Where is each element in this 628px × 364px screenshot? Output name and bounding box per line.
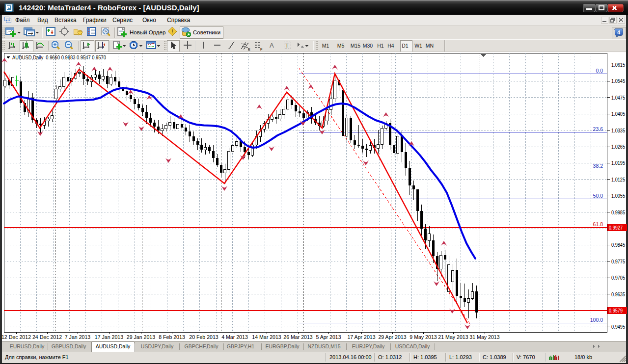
- svg-text:M1: M1: [322, 43, 329, 49]
- svg-text:C: 1.0389: C: 1.0389: [483, 354, 506, 360]
- svg-text:38.2: 38.2: [593, 163, 603, 169]
- svg-text:AUDUSD,Daily 0.9660 0.9683 0.: AUDUSD,Daily 0.9660 0.9683 0.9547 0.9570: [12, 55, 106, 60]
- svg-text:18/0 kb: 18/0 kb: [574, 354, 592, 360]
- svg-text:USDCAD,Daily: USDCAD,Daily: [395, 343, 430, 349]
- svg-text:A: A: [270, 42, 274, 49]
- svg-text:AUDUSD,Daily: AUDUSD,Daily: [96, 343, 131, 349]
- svg-text:0.9495: 0.9495: [611, 324, 625, 330]
- svg-text:EURGBP,Daily: EURGBP,Daily: [265, 343, 300, 349]
- svg-text:EURJPY,Daily: EURJPY,Daily: [352, 343, 385, 349]
- svg-text:M15: M15: [351, 43, 361, 49]
- svg-text:4 Mar 2013: 4 Mar 2013: [221, 334, 248, 340]
- svg-text:Справка: Справка: [167, 17, 190, 24]
- svg-text:24 Dec 2012: 24 Dec 2012: [32, 334, 62, 340]
- svg-text:NZDUSD,M15: NZDUSD,M15: [307, 343, 340, 349]
- svg-text:MN: MN: [426, 43, 434, 49]
- svg-text:50.0: 50.0: [593, 193, 603, 199]
- svg-text:Графики: Графики: [83, 17, 107, 24]
- svg-text:Файл: Файл: [15, 17, 30, 24]
- svg-text:0.9927: 0.9927: [609, 225, 623, 231]
- svg-text:1.0545: 1.0545: [611, 78, 625, 84]
- svg-text:Для справки, нажмите F1: Для справки, нажмите F1: [5, 354, 69, 360]
- svg-text:21 May 2013: 21 May 2013: [438, 334, 468, 340]
- svg-text:T: T: [285, 43, 289, 49]
- svg-text:H4: H4: [387, 43, 394, 49]
- svg-text:100.0: 100.0: [590, 317, 603, 323]
- svg-text:V: 7670: V: 7670: [517, 354, 535, 360]
- svg-text:4: 4: [617, 29, 621, 35]
- svg-text:1.0335: 1.0335: [611, 128, 625, 133]
- svg-text:9 May 2013: 9 May 2013: [410, 334, 437, 340]
- svg-text:F: F: [260, 48, 263, 51]
- svg-text:5 Apr 2013: 5 Apr 2013: [316, 334, 341, 340]
- svg-text:H1: H1: [377, 43, 384, 49]
- svg-text:7 Jan 2013: 7 Jan 2013: [65, 334, 91, 340]
- svg-text:1.0615: 1.0615: [611, 62, 625, 68]
- svg-text:Окно: Окно: [142, 17, 156, 24]
- svg-text:GBPCHF,Daily: GBPCHF,Daily: [185, 343, 219, 349]
- svg-text:2013.04.16 00:00: 2013.04.16 00:00: [329, 354, 372, 360]
- svg-text:H: 1.0395: H: 1.0395: [413, 354, 437, 360]
- svg-text:W1: W1: [414, 43, 422, 49]
- svg-text:M5: M5: [337, 43, 345, 49]
- svg-text:61.8: 61.8: [593, 221, 603, 227]
- svg-text:GBPJPY,H1: GBPJPY,H1: [227, 343, 255, 349]
- svg-text:1.0405: 1.0405: [611, 111, 625, 117]
- svg-text:0.9635: 0.9635: [611, 292, 625, 297]
- svg-text:1.0125: 1.0125: [611, 177, 625, 182]
- svg-text:17 Jan 2013: 17 Jan 2013: [95, 334, 123, 340]
- svg-text:Вид: Вид: [37, 17, 48, 24]
- svg-text:Советники: Советники: [193, 29, 220, 35]
- svg-text:D1: D1: [402, 43, 409, 49]
- svg-text:0.9705: 0.9705: [611, 275, 625, 281]
- svg-text:1.0195: 1.0195: [611, 160, 625, 166]
- svg-text:0.9775: 0.9775: [611, 259, 625, 264]
- svg-text:Вставка: Вставка: [55, 17, 77, 24]
- svg-text:1.0265: 1.0265: [611, 144, 625, 150]
- svg-text:M30: M30: [363, 43, 373, 49]
- svg-text:USDJPY,Daily: USDJPY,Daily: [141, 343, 174, 349]
- svg-text:0.9845: 0.9845: [611, 242, 625, 248]
- svg-text:31 May 2013: 31 May 2013: [469, 334, 499, 340]
- svg-text:L: 1.0293: L: 1.0293: [449, 354, 472, 360]
- svg-text:GBPUSD,Daily: GBPUSD,Daily: [52, 343, 86, 349]
- svg-text:17 Apr 2013: 17 Apr 2013: [347, 334, 375, 340]
- svg-text:E: E: [248, 48, 250, 51]
- svg-text:1.0055: 1.0055: [611, 193, 625, 199]
- svg-text:14 Mar 2013: 14 Mar 2013: [252, 334, 281, 340]
- svg-text:0.0: 0.0: [596, 68, 603, 74]
- svg-text:29 Apr 2013: 29 Apr 2013: [378, 334, 406, 340]
- svg-text:0.9985: 0.9985: [611, 210, 625, 215]
- svg-text:O: 1.0312: O: 1.0312: [378, 354, 402, 360]
- svg-text:EURUSD,Daily: EURUSD,Daily: [10, 343, 45, 349]
- svg-text:!: !: [171, 28, 173, 34]
- svg-text:1.0475: 1.0475: [611, 95, 625, 101]
- svg-text:0.9579: 0.9579: [609, 308, 623, 313]
- svg-text:Сервис: Сервис: [112, 17, 133, 24]
- svg-text:142420: MetaTrader4 - RoboFore: 142420: MetaTrader4 - RoboForex - [AUDUS…: [19, 3, 199, 12]
- svg-text:12 Dec 2012: 12 Dec 2012: [1, 334, 31, 340]
- svg-text:26 Mar 2013: 26 Mar 2013: [283, 334, 313, 340]
- svg-text:23.6: 23.6: [593, 126, 603, 132]
- svg-text:8 Feb 2013: 8 Feb 2013: [159, 334, 185, 340]
- svg-text:Новый Ордер: Новый Ордер: [130, 29, 165, 35]
- svg-text:29 Jan 2013: 29 Jan 2013: [127, 334, 155, 340]
- svg-text:20 Feb 2013: 20 Feb 2013: [189, 334, 218, 340]
